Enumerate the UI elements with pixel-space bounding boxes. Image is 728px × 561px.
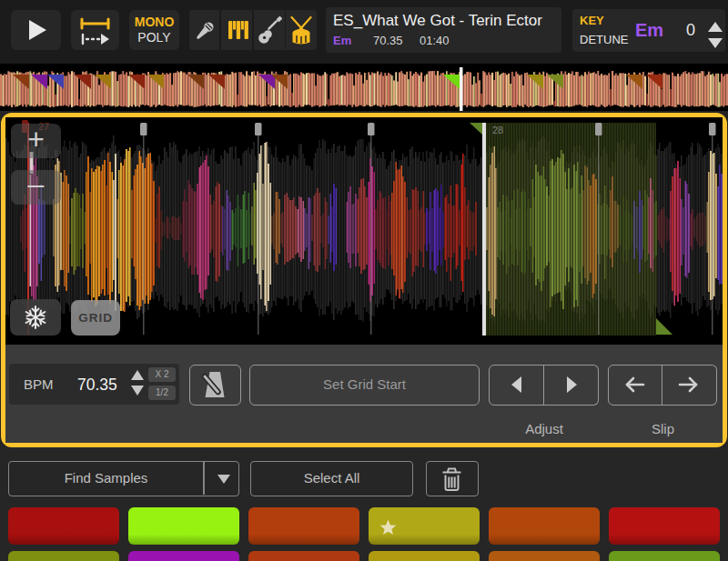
svg-text:28: 28: [492, 125, 503, 135]
